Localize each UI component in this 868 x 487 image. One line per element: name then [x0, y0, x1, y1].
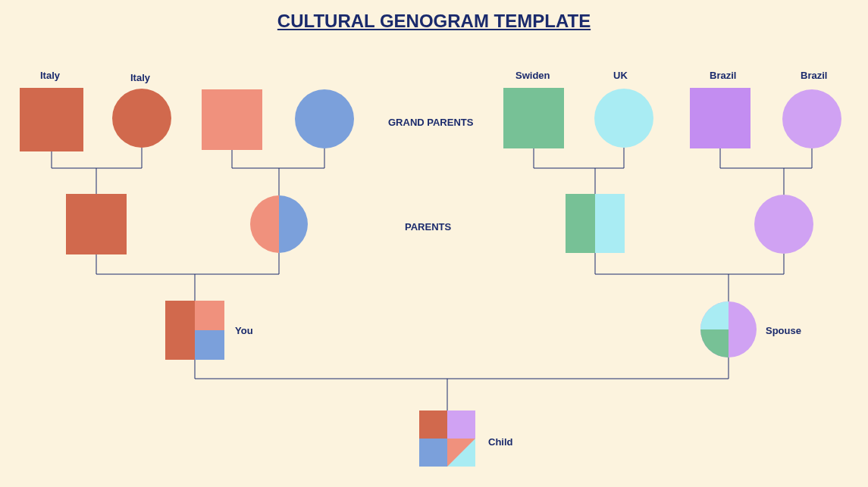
- connector-lines: [0, 0, 868, 487]
